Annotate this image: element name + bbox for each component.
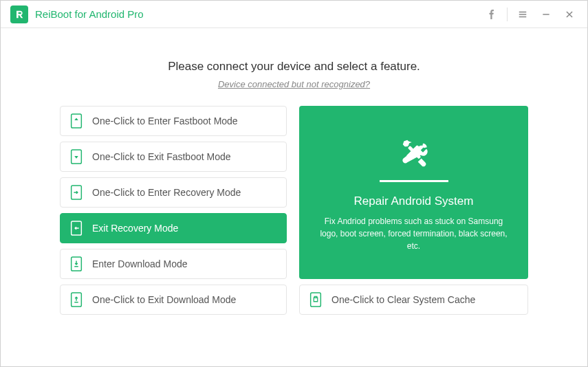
option-label: Exit Recovery Mode bbox=[92, 223, 178, 234]
option-label: Enter Download Mode bbox=[92, 258, 188, 269]
facebook-button[interactable] bbox=[481, 3, 503, 25]
svg-rect-0 bbox=[72, 114, 82, 128]
app-title: ReiBoot for Android Pro bbox=[35, 8, 481, 20]
app-window: ReiBoot for Android Pro Please connect y… bbox=[0, 0, 588, 367]
enter-download-button[interactable]: Enter Download Mode bbox=[60, 249, 287, 279]
clear-cache-button[interactable]: One-Click to Clear System Cache bbox=[299, 285, 528, 315]
phone-arrow-in-icon bbox=[70, 185, 83, 200]
enter-recovery-button[interactable]: One-Click to Enter Recovery Mode bbox=[60, 177, 287, 208]
titlebar: ReiBoot for Android Pro bbox=[1, 1, 587, 28]
facebook-icon bbox=[487, 10, 497, 19]
repair-system-card[interactable]: Repair Android System Fix Andriod proble… bbox=[299, 106, 528, 279]
option-label: One-Click to Enter Recovery Mode bbox=[92, 187, 241, 198]
menu-icon bbox=[518, 10, 527, 19]
phone-arrow-out-icon bbox=[70, 221, 83, 236]
menu-button[interactable] bbox=[512, 3, 534, 25]
repair-description: Fix Andriod problems such as stuck on Sa… bbox=[318, 215, 509, 252]
option-label: One-Click to Exit Download Mode bbox=[92, 294, 236, 305]
option-label: One-Click to Exit Fastboot Mode bbox=[92, 151, 231, 162]
separator bbox=[507, 8, 508, 21]
minimize-icon bbox=[541, 10, 551, 19]
phone-up-icon bbox=[70, 113, 83, 129]
card-divider bbox=[380, 180, 448, 182]
right-column: Repair Android System Fix Andriod proble… bbox=[299, 106, 528, 315]
exit-recovery-button[interactable]: Exit Recovery Mode bbox=[60, 213, 287, 243]
close-icon bbox=[565, 10, 574, 19]
content-area: Please connect your device and select a … bbox=[1, 28, 587, 366]
enter-fastboot-button[interactable]: One-Click to Enter Fastboot Mode bbox=[60, 106, 287, 136]
minimize-button[interactable] bbox=[535, 3, 557, 25]
exit-download-button[interactable]: One-Click to Exit Download Mode bbox=[60, 285, 287, 315]
device-help-link[interactable]: Device connected but not recognized? bbox=[218, 79, 370, 89]
logo-r-icon bbox=[14, 9, 25, 20]
phone-trash-icon bbox=[309, 292, 322, 307]
mode-options-column: One-Click to Enter Fastboot Mode One-Cli… bbox=[60, 106, 287, 315]
page-heading: Please connect your device and select a … bbox=[168, 60, 420, 74]
svg-rect-8 bbox=[311, 293, 321, 307]
app-logo bbox=[10, 5, 28, 23]
feature-grid: One-Click to Enter Fastboot Mode One-Cli… bbox=[60, 106, 528, 315]
phone-upload-icon bbox=[70, 292, 83, 307]
window-controls bbox=[481, 3, 580, 25]
option-label: One-Click to Enter Fastboot Mode bbox=[92, 115, 238, 126]
option-label: One-Click to Clear System Cache bbox=[331, 294, 475, 305]
repair-title: Repair Android System bbox=[354, 194, 474, 208]
close-button[interactable] bbox=[558, 3, 580, 25]
phone-down-icon bbox=[70, 149, 83, 164]
exit-fastboot-button[interactable]: One-Click to Exit Fastboot Mode bbox=[60, 142, 287, 172]
phone-download-icon bbox=[70, 256, 83, 271]
tools-icon bbox=[396, 133, 432, 172]
